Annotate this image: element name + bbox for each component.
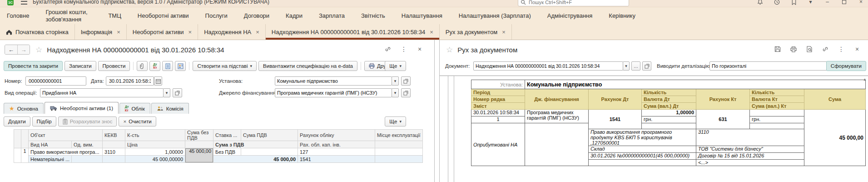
cell-price[interactable]: 45 000,00000: [125, 156, 185, 163]
print-icon[interactable]: [790, 46, 797, 53]
tab-nadkhodzhennia-document[interactable]: Надходження НА 000000000001 від 30.01.20…: [266, 24, 440, 40]
col-qty[interactable]: К-сть: [125, 130, 185, 141]
menu-neoborotni-aktyvy[interactable]: Необоротні активи: [138, 12, 189, 19]
document-ref-open-icon[interactable]: [642, 61, 651, 71]
document-ref-dropdown-icon[interactable]: ▾: [623, 61, 630, 71]
tab-neoborotni-aktyvy-form[interactable]: Необоротні активи (1): [45, 102, 119, 114]
cell-rate[interactable]: Без ПДВ: [213, 148, 241, 156]
col-unit[interactable]: Од. вим.: [72, 141, 103, 148]
tab-close-icon[interactable]: ×: [430, 29, 433, 35]
minimize-icon[interactable]: –: [824, 0, 831, 5]
tab-osnovna[interactable]: ★ Основна: [4, 103, 44, 114]
number-field[interactable]: [25, 76, 86, 86]
more-icon[interactable]: ⋮: [838, 46, 845, 53]
post-button[interactable]: Провести: [98, 61, 130, 71]
nav-forward-button[interactable]: →: [17, 45, 30, 54]
organization-open-icon[interactable]: [401, 76, 411, 86]
col-sum-novat[interactable]: Сума без ПДВ: [185, 130, 213, 141]
generate-button[interactable]: Сформувати: [826, 61, 866, 71]
col-rate[interactable]: Ставка ...: [213, 130, 241, 141]
menu-nalashtuvannia[interactable]: Налаштування: [402, 12, 442, 19]
tab-close-icon[interactable]: ×: [502, 29, 506, 35]
menu-tmts[interactable]: ТМЦ: [108, 12, 121, 19]
cell-qty[interactable]: 1,00000: [125, 148, 185, 156]
cell-type[interactable]: Нематеріальні ...: [29, 156, 72, 163]
post-and-close-button[interactable]: Провести та закрити: [4, 61, 63, 71]
upload-spec-button[interactable]: Вивантажити специфікацію на e-data: [258, 61, 357, 71]
cell-place[interactable]: [375, 148, 422, 156]
organization-dropdown-icon[interactable]: ▾: [392, 76, 399, 86]
tab-rukh-za-dokumentom[interactable]: Рух за документом×: [440, 24, 512, 40]
cell-unit[interactable]: [72, 156, 103, 163]
col-sum-vat[interactable]: Сума з ПДВ: [213, 141, 298, 148]
operation-type-dropdown-icon[interactable]: ▾: [163, 88, 170, 97]
history-icon[interactable]: [774, 0, 780, 5]
document-ref-ellipsis-button[interactable]: …: [631, 61, 640, 71]
col-price[interactable]: Ціна: [125, 141, 185, 148]
col-type[interactable]: Вид НА: [29, 141, 72, 148]
col-vat[interactable]: Сума ПДВ: [241, 130, 298, 141]
window-close-icon[interactable]: ×: [858, 0, 864, 5]
more-icon[interactable]: ⋮: [400, 46, 407, 53]
col-place[interactable]: Місце експлуатації: [375, 130, 422, 141]
favorite-star-icon[interactable]: ☆: [35, 45, 42, 55]
menu-kerivnyku[interactable]: Керівнику: [609, 12, 635, 19]
tab-close-icon[interactable]: ×: [256, 29, 259, 35]
cell-sum-novat-selected[interactable]: 45 000,00: [185, 148, 213, 163]
tab-oblik[interactable]: ДтКт Облік: [119, 103, 150, 114]
cell-sum-vat[interactable]: 45 000,00: [213, 156, 298, 163]
tab-nadkhodzhennia-na[interactable]: Надходження НА×: [198, 24, 266, 40]
funding-source-field[interactable]: Програма медичних гарантій (ПМГ) (НСЗУ): [275, 88, 392, 97]
organization-field[interactable]: Комунальне підприємство: [275, 76, 392, 86]
funding-source-open-icon[interactable]: [401, 88, 411, 97]
operation-type-open-icon[interactable]: [173, 88, 182, 97]
dtkt-postings-button[interactable]: ДтКт: [149, 61, 160, 71]
cell-account2[interactable]: 1541: [298, 156, 375, 163]
panel-splitter[interactable]: [434, 40, 440, 182]
menu-zarplata[interactable]: Зарплата: [319, 12, 345, 19]
add-row-button[interactable]: Додати: [4, 116, 30, 126]
funding-source-dropdown-icon[interactable]: ▾: [392, 88, 399, 97]
date-field[interactable]: [106, 76, 154, 86]
menu-zvitnist[interactable]: Звітність: [361, 12, 385, 19]
clear-button[interactable]: ×Очистити: [119, 116, 156, 126]
restore-icon[interactable]: [841, 0, 848, 5]
detail-mode-field[interactable]: По горизонталі: [709, 61, 835, 71]
menu-nalashtuvannia-zarplata[interactable]: Налаштування (Зарплата): [459, 12, 531, 19]
contact-card-button[interactable]: [175, 61, 186, 71]
tab-home[interactable]: Початкова сторінка: [0, 24, 75, 40]
pick-button[interactable]: Підбір: [32, 116, 56, 126]
favorites-icon[interactable]: [790, 0, 797, 5]
tab-neoborotni-aktyvy[interactable]: Необоротні активи×: [127, 24, 198, 40]
col-kekv[interactable]: КЕКВ: [103, 130, 125, 141]
table-more-button[interactable]: Ще▾: [385, 116, 406, 126]
menu-hroshovi-koshty[interactable]: Грошові кошти, зобов'язання: [45, 9, 92, 23]
search-input[interactable]: [528, 0, 619, 5]
document-ref-field[interactable]: Надходження НА 000000000001 від 30.01.20…: [473, 61, 623, 71]
operation-type-field[interactable]: Придбання НА: [40, 88, 164, 97]
tab-close-icon[interactable]: ×: [117, 29, 120, 35]
tab-komisiia[interactable]: Комісія: [151, 103, 189, 114]
notifications-icon[interactable]: [757, 0, 764, 5]
col-account[interactable]: Рахунок обліку: [298, 130, 375, 141]
calendar-icon[interactable]: [154, 76, 162, 86]
menu-posluhy[interactable]: Послуги: [205, 12, 228, 19]
menu-dohovory[interactable]: Договори: [244, 12, 269, 19]
panel-close-icon[interactable]: ×: [853, 46, 861, 53]
main-menu-icon[interactable]: [21, 1, 27, 5]
calc-depreciation-button[interactable]: Розрахувати знос: [58, 116, 117, 126]
nav-back-button[interactable]: ←: [5, 45, 17, 54]
cell-vat[interactable]: [241, 148, 298, 156]
document-register-button[interactable]: [162, 61, 173, 71]
menu-kadry[interactable]: Кадри: [286, 12, 303, 19]
create-based-on-button[interactable]: Створити на підставі▾: [193, 61, 257, 71]
link-icon[interactable]: [384, 46, 392, 53]
tab-informatsiia[interactable]: Інформація×: [75, 24, 127, 40]
attachments-button[interactable]: [137, 61, 148, 71]
toolbar-caret-icon[interactable]: ▾: [807, 0, 814, 5]
save-icon[interactable]: [774, 46, 781, 53]
grouping-gutter[interactable]: [448, 76, 454, 182]
cell-kekv[interactable]: 3110: [103, 148, 125, 156]
toolbar-more-button[interactable]: Ще▾: [385, 61, 406, 71]
save-button[interactable]: Записати: [64, 61, 96, 71]
